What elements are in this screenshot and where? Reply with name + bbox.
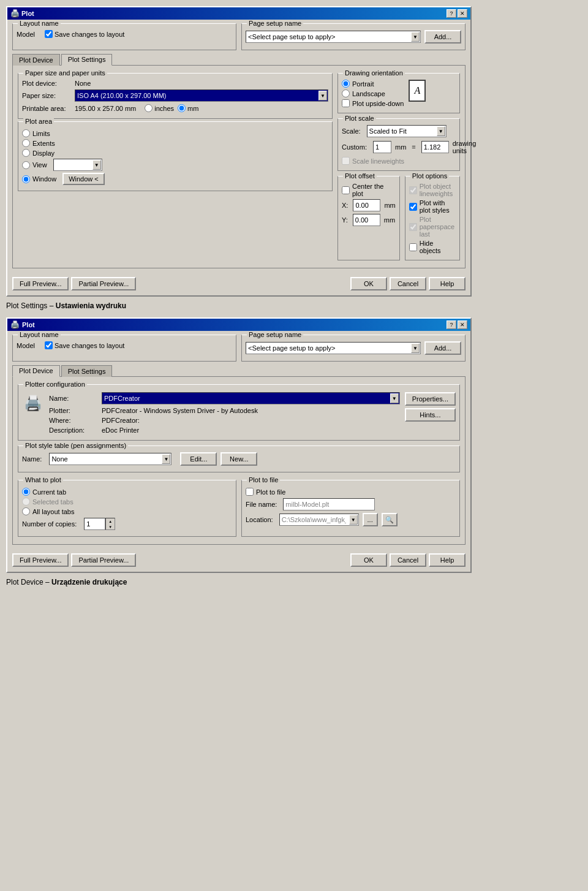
- plot-upside-down-label: Plot upside-down: [352, 100, 404, 107]
- cancel-button-1[interactable]: Cancel: [390, 277, 426, 290]
- search-button[interactable]: 🔍: [382, 513, 398, 526]
- x-label: X:: [342, 202, 348, 209]
- save-changes-checkbox[interactable]: [45, 30, 53, 38]
- help-icon-btn[interactable]: ?: [447, 9, 456, 18]
- page-setup-select[interactable]: <Select page setup to apply>: [246, 31, 421, 43]
- drawing-units-input[interactable]: [421, 141, 449, 153]
- spin-down[interactable]: ▼: [106, 524, 115, 529]
- limits-radio[interactable]: [22, 129, 30, 137]
- selected-tabs-label: Selected tabs: [32, 498, 74, 506]
- view-select[interactable]: [53, 159, 102, 171]
- window-radio[interactable]: [22, 175, 30, 183]
- close-btn-2[interactable]: ✕: [458, 320, 467, 329]
- dialog2-title: Plot: [22, 321, 35, 328]
- help-button-2[interactable]: Help: [429, 553, 466, 567]
- plotter-label: Plotter:: [49, 407, 98, 414]
- landscape-radio[interactable]: [342, 89, 350, 97]
- help-icon-btn-2[interactable]: ?: [447, 320, 456, 329]
- paper-size-select[interactable]: ISO A4 (210.00 x 297.00 MM): [75, 89, 328, 102]
- style-name-select[interactable]: None: [49, 453, 172, 465]
- hints-button[interactable]: Hints...: [405, 408, 456, 422]
- extents-radio[interactable]: [22, 139, 30, 147]
- location-label: Location:: [246, 516, 273, 523]
- what-to-plot-label: What to plot: [23, 476, 63, 483]
- save-changes-checkbox-2[interactable]: [45, 341, 53, 349]
- all-layout-tabs-label: All layout tabs: [32, 508, 74, 515]
- add-button-1[interactable]: Add...: [424, 30, 461, 44]
- where-label: Where:: [49, 417, 98, 424]
- plotter-config-label: Plotter configuration: [23, 381, 87, 388]
- current-tab-radio[interactable]: [22, 488, 30, 496]
- description-value: eDoc Printer: [102, 427, 139, 434]
- plotter-name-select[interactable]: PDFCreator: [102, 392, 400, 404]
- plotter-config-group: Plotter configuration 🖨️ Name: PDFCreato…: [18, 384, 460, 441]
- tab-plot-settings-2[interactable]: Plot Settings: [61, 365, 113, 377]
- caption-2: Plot Device – Urządzenie drukujące: [6, 578, 582, 586]
- plot-to-file-checkbox[interactable]: [246, 488, 254, 496]
- all-layout-tabs-radio[interactable]: [22, 507, 30, 515]
- save-changes-label-2: Save changes to layout: [55, 342, 124, 349]
- title-bar-1: 🖨️ Plot ? ✕: [7, 7, 470, 20]
- plot-dialog-2: 🖨️ Plot ? ✕ Layout name Model Save chang…: [6, 317, 472, 573]
- page-setup-select-2[interactable]: <Select page setup to apply>: [246, 342, 421, 354]
- plot-area-group: Plot area Limits Extents Display: [18, 121, 333, 191]
- y-unit: mm: [384, 216, 395, 224]
- new-button[interactable]: New...: [221, 452, 257, 466]
- current-tab-label: Current tab: [32, 488, 66, 496]
- center-plot-checkbox[interactable]: [342, 186, 350, 194]
- full-preview-button-2[interactable]: Full Preview...: [12, 553, 69, 567]
- x-input[interactable]: [353, 199, 380, 211]
- ok-button-1[interactable]: OK: [350, 277, 387, 290]
- plot-paperspace-checkbox[interactable]: [409, 223, 417, 231]
- scale-lineweights-checkbox[interactable]: [342, 157, 350, 165]
- close-btn-1[interactable]: ✕: [458, 9, 467, 18]
- help-button-1[interactable]: Help: [429, 277, 466, 290]
- scale-label: Scale:: [342, 127, 361, 135]
- landscape-label: Landscape: [352, 90, 385, 97]
- printable-area-label: Printable area:: [22, 105, 71, 112]
- file-name-input[interactable]: [283, 498, 375, 510]
- display-label: Display: [32, 150, 55, 157]
- browse-button[interactable]: ...: [363, 513, 378, 526]
- partial-preview-button-2[interactable]: Partial Preview...: [71, 553, 136, 567]
- plot-style-label: Plot style table (pen assignments): [23, 442, 128, 449]
- inches-radio[interactable]: [145, 104, 153, 112]
- portrait-radio[interactable]: [342, 80, 350, 88]
- plot-options-group: Plot options Plot object lineweights Plo…: [405, 176, 460, 260]
- drawing-orientation-label: Drawing orientation: [343, 69, 405, 77]
- partial-preview-button-1[interactable]: Partial Preview...: [71, 277, 136, 290]
- plot-with-styles-checkbox[interactable]: [409, 203, 417, 211]
- ok-button-2[interactable]: OK: [350, 553, 387, 567]
- mm-radio[interactable]: [178, 104, 186, 112]
- location-select[interactable]: C:\Szkola\www_infgk_strefa_pl\KI3\M: [279, 514, 359, 526]
- tab-plot-device-2[interactable]: Plot Device: [12, 365, 60, 377]
- full-preview-button-1[interactable]: Full Preview...: [12, 277, 69, 290]
- view-radio[interactable]: [22, 161, 30, 169]
- selected-tabs-radio[interactable]: [22, 498, 30, 506]
- y-input[interactable]: [353, 214, 380, 226]
- plot-upside-down-checkbox[interactable]: [342, 99, 350, 107]
- plot-scale-group: Plot scale Scale: Scaled to Fit Custom:: [337, 118, 460, 171]
- plot-device-label: Plot device:: [22, 80, 71, 87]
- window-button[interactable]: Window <: [62, 173, 105, 185]
- style-name-label: Name:: [22, 455, 42, 463]
- scale-select[interactable]: Scaled to Fit: [367, 125, 447, 137]
- custom-mm-input[interactable]: [373, 141, 391, 153]
- plotter-icon: 🖨️: [22, 392, 44, 414]
- cancel-button-2[interactable]: Cancel: [390, 553, 426, 567]
- tab-plot-device-1[interactable]: Plot Device: [12, 54, 60, 66]
- where-value: PDFCreator:: [102, 417, 140, 424]
- hide-objects-checkbox[interactable]: [409, 243, 417, 251]
- layout-name-group: Layout name Model Save changes to layout: [12, 23, 236, 50]
- plot-to-file-group: Plot to file Plot to file File name: Loc…: [241, 480, 460, 537]
- tab-plot-settings-1[interactable]: Plot Settings: [61, 54, 113, 66]
- plot-object-lineweights-checkbox[interactable]: [409, 186, 417, 194]
- display-radio[interactable]: [22, 149, 30, 157]
- spin-up[interactable]: ▲: [106, 518, 115, 524]
- properties-button[interactable]: Properties...: [405, 392, 456, 406]
- edit-button[interactable]: Edit...: [180, 452, 217, 466]
- page-setup-label-2: Page setup name: [247, 331, 303, 338]
- add-button-2[interactable]: Add...: [424, 341, 461, 355]
- plot-to-file-checkbox-label: Plot to file: [256, 488, 285, 496]
- copies-input[interactable]: [84, 518, 105, 530]
